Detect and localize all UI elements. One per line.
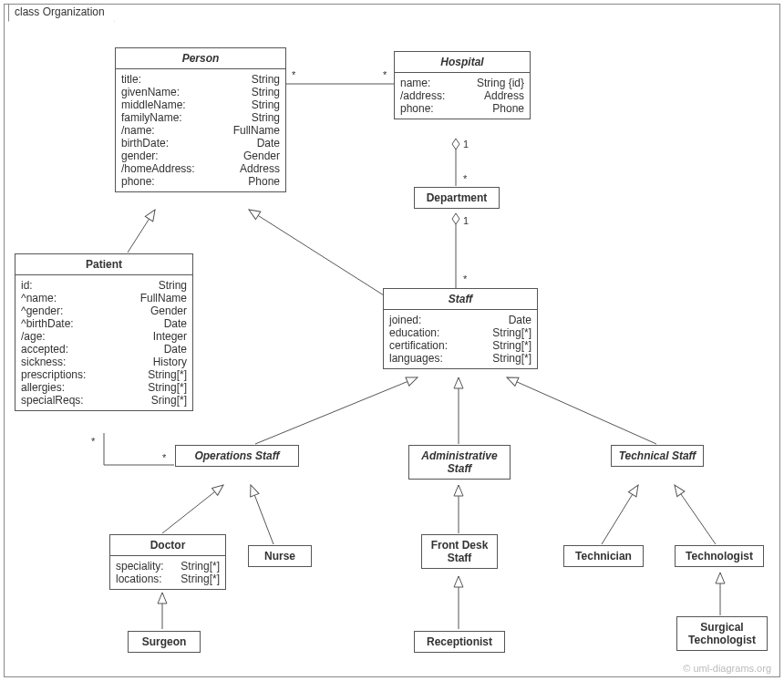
- attr-row: birthDate:Date: [121, 137, 280, 150]
- attr-type: String[*]: [480, 326, 531, 339]
- class-surgtech-name: Surgical Technologist: [677, 617, 767, 650]
- class-nurse-name: Nurse: [249, 546, 311, 566]
- class-technician: Technician: [563, 545, 644, 567]
- class-doctor-name: Doctor: [110, 535, 225, 556]
- class-doctor: Doctor speciality:String[*]locations:Str…: [109, 534, 226, 590]
- attr-key: accepted:: [21, 343, 68, 356]
- attr-type: Gender: [138, 304, 187, 317]
- attr-type: Sring[*]: [139, 394, 187, 407]
- attr-key: phone:: [121, 175, 155, 188]
- mult-pat-ops-l: *: [91, 436, 95, 447]
- class-patient-body: id:String^name:FullName^gender:Gender^bi…: [15, 275, 192, 410]
- attr-key: prescriptions:: [21, 368, 86, 381]
- class-receptionist-name: Receptionist: [415, 632, 504, 652]
- attr-row: name:String {id}: [400, 77, 524, 89]
- attr-row: /address:Address: [400, 89, 524, 102]
- attr-key: education:: [389, 326, 439, 339]
- attr-type: Phone: [480, 102, 524, 115]
- attr-type: String: [239, 98, 280, 111]
- class-tech-staff: Technical Staff: [611, 445, 704, 467]
- attr-type: Date: [496, 314, 531, 326]
- attr-type: Date: [244, 137, 280, 150]
- class-staff: Staff joined:Dateeducation:String[*]cert…: [383, 288, 538, 369]
- class-patient: Patient id:String^name:FullName^gender:G…: [15, 253, 193, 411]
- mult-hosp-dept-s: *: [463, 173, 467, 184]
- attr-type: String: [239, 111, 280, 124]
- attr-row: education:String[*]: [389, 326, 531, 339]
- attr-key: allergies:: [21, 381, 65, 394]
- class-department: Department: [414, 187, 500, 209]
- attr-row: middleName:String: [121, 98, 280, 111]
- attr-row: phone:Phone: [400, 102, 524, 115]
- attr-key: ^birthDate:: [21, 317, 74, 330]
- class-nurse: Nurse: [248, 545, 312, 567]
- attr-type: String[*]: [135, 381, 187, 394]
- class-frontdesk: Front Desk Staff: [421, 534, 498, 569]
- attr-type: String: [239, 73, 280, 86]
- attr-type: FullName: [221, 124, 280, 137]
- attr-key: name:: [400, 77, 430, 89]
- attr-key: ^name:: [21, 292, 57, 304]
- attr-key: familyName:: [121, 111, 182, 124]
- class-ops-staff-name: Operations Staff: [176, 446, 298, 466]
- attr-row: familyName:String: [121, 111, 280, 124]
- attr-type: String[*]: [168, 573, 220, 585]
- class-technologist: Technologist: [675, 545, 764, 567]
- attr-type: String {id}: [464, 77, 524, 89]
- class-admin-staff-name: Administrative Staff: [409, 446, 510, 479]
- class-frontdesk-name: Front Desk Staff: [422, 535, 497, 568]
- attr-key: ^gender:: [21, 304, 63, 317]
- attr-key: specialReqs:: [21, 394, 84, 407]
- class-person-name: Person: [116, 48, 285, 69]
- attr-key: languages:: [389, 352, 443, 365]
- attr-key: joined:: [389, 314, 421, 326]
- attr-type: Phone: [235, 175, 280, 188]
- attr-key: speciality:: [116, 560, 164, 573]
- attr-row: locations:String[*]: [116, 573, 220, 585]
- watermark: © uml-diagrams.org: [683, 663, 771, 674]
- attr-type: String[*]: [480, 352, 531, 365]
- attr-key: /name:: [121, 124, 155, 137]
- attr-type: Integer: [140, 330, 187, 343]
- attr-key: /age:: [21, 330, 46, 343]
- attr-row: title:String: [121, 73, 280, 86]
- class-hospital-name: Hospital: [395, 52, 530, 73]
- class-surgeon: Surgeon: [128, 631, 201, 653]
- mult-dept-staff-s: *: [463, 273, 467, 284]
- attr-type: Gender: [231, 150, 280, 162]
- attr-row: ^name:FullName: [21, 292, 187, 304]
- attr-key: givenName:: [121, 86, 180, 98]
- attr-key: sickness:: [21, 356, 66, 368]
- class-surgeon-name: Surgeon: [129, 632, 200, 652]
- class-doctor-body: speciality:String[*]locations:String[*]: [110, 556, 225, 589]
- attr-type: Date: [151, 317, 187, 330]
- attr-row: /age:Integer: [21, 330, 187, 343]
- attr-key: certification:: [389, 339, 448, 352]
- class-tech-staff-name: Technical Staff: [612, 446, 703, 466]
- attr-row: specialReqs:Sring[*]: [21, 394, 187, 407]
- attr-type: String: [146, 279, 187, 292]
- attr-row: speciality:String[*]: [116, 560, 220, 573]
- attr-key: gender:: [121, 150, 159, 162]
- attr-row: accepted:Date: [21, 343, 187, 356]
- attr-row: joined:Date: [389, 314, 531, 326]
- class-person-body: title:StringgivenName:StringmiddleName:S…: [116, 69, 285, 191]
- attr-type: History: [140, 356, 187, 368]
- class-department-name: Department: [415, 188, 499, 208]
- class-technician-name: Technician: [564, 546, 643, 566]
- attr-type: Address: [471, 89, 524, 102]
- attr-row: id:String: [21, 279, 187, 292]
- mult-hosp-dept-1: 1: [463, 139, 469, 150]
- attr-type: String[*]: [168, 560, 220, 573]
- uml-canvas: class Organization: [0, 0, 784, 681]
- attr-type: String: [239, 86, 280, 98]
- attr-key: middleName:: [121, 98, 186, 111]
- class-technologist-name: Technologist: [676, 546, 763, 566]
- attr-row: /name:FullName: [121, 124, 280, 137]
- mult-dept-staff-1: 1: [463, 215, 469, 226]
- package-frame-label: class Organization: [8, 4, 115, 22]
- class-hospital: Hospital name:String {id}/address:Addres…: [394, 51, 531, 119]
- attr-row: gender:Gender: [121, 150, 280, 162]
- attr-key: /address:: [400, 89, 445, 102]
- class-person: Person title:StringgivenName:Stringmiddl…: [115, 47, 286, 192]
